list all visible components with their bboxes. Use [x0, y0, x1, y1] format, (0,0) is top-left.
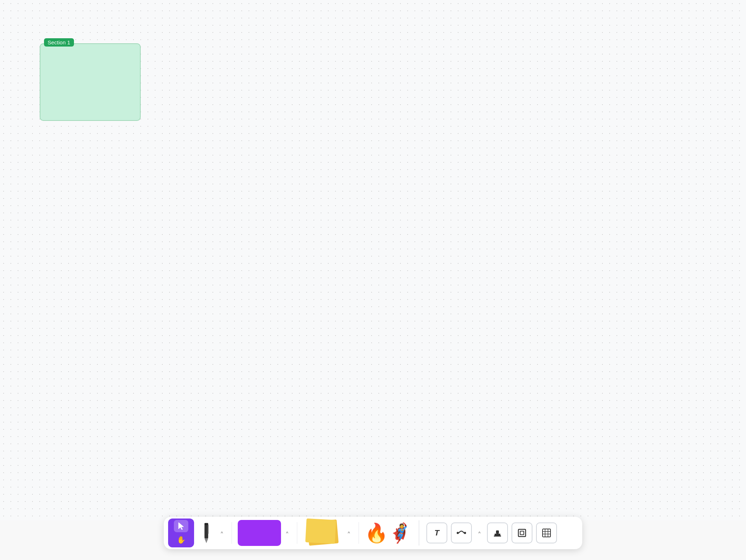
sticky-note-front — [305, 519, 336, 544]
color-rect-button[interactable] — [238, 520, 281, 546]
tool-group-left: ✋ — [168, 519, 194, 547]
connector-chevron-button[interactable]: ^ — [475, 529, 483, 537]
color-chevron-button[interactable]: ^ — [283, 529, 291, 537]
mascot-emoji-button[interactable]: 🔥🦸 — [365, 524, 412, 542]
canvas[interactable]: Section 1 — [0, 0, 746, 520]
pen-icon — [201, 522, 211, 544]
sticky-notes-button[interactable] — [303, 520, 343, 546]
separator-thick — [419, 520, 419, 546]
frame-icon — [517, 528, 527, 538]
svg-rect-7 — [494, 535, 501, 537]
table-tool-button[interactable] — [536, 522, 557, 543]
svg-rect-11 — [543, 529, 550, 537]
cursor-icon — [177, 522, 185, 530]
toolbar: ✋ ^ ^ ^ — [164, 517, 582, 549]
section-card[interactable]: Section 1 — [40, 43, 141, 121]
tool-group-sticky: ^ — [300, 520, 356, 546]
separator-1 — [232, 522, 232, 544]
svg-rect-8 — [496, 530, 499, 534]
section-label[interactable]: Section 1 — [44, 38, 74, 47]
separator-3 — [359, 522, 359, 544]
svg-rect-2 — [207, 525, 209, 534]
svg-point-5 — [464, 532, 466, 534]
tool-group-right: T ^ — [424, 522, 560, 543]
svg-rect-9 — [518, 529, 526, 537]
tool-group-pen: ^ — [194, 520, 229, 546]
text-icon: T — [434, 528, 439, 538]
svg-marker-1 — [205, 538, 208, 543]
connector-icon — [456, 528, 466, 538]
svg-point-4 — [457, 532, 459, 534]
table-icon — [542, 528, 551, 538]
separator-2 — [297, 522, 297, 544]
sticky-chevron-button[interactable]: ^ — [345, 529, 353, 537]
svg-rect-3 — [205, 523, 208, 525]
hand-tool-button[interactable]: ✋ — [174, 534, 188, 546]
stamp-icon — [493, 528, 502, 538]
connector-tool-button[interactable] — [451, 522, 472, 543]
tool-group-color: ^ — [235, 520, 294, 546]
svg-rect-6 — [495, 534, 500, 535]
pen-chevron-button[interactable]: ^ — [218, 529, 226, 537]
svg-rect-10 — [520, 531, 524, 535]
text-tool-button[interactable]: T — [426, 522, 447, 543]
pen-tool-button[interactable] — [197, 520, 216, 546]
select-tool-button[interactable] — [174, 520, 188, 532]
hand-icon: ✋ — [177, 535, 186, 544]
frame-tool-button[interactable] — [512, 522, 532, 543]
tool-group-mascot: 🔥🦸 — [362, 524, 414, 542]
stamp-tool-button[interactable] — [487, 522, 508, 543]
